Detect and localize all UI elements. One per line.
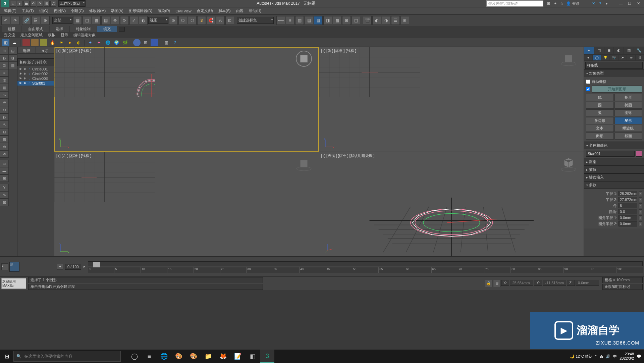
app1-icon[interactable]: 🎨 bbox=[172, 350, 186, 363]
grid-icon[interactable]: ⊞ bbox=[142, 39, 149, 46]
named-selset-dropdown[interactable]: 创建选择集 bbox=[237, 17, 274, 24]
viewcube-left[interactable] bbox=[296, 155, 312, 172]
menu-views[interactable]: 视图(V) bbox=[52, 8, 68, 14]
select-name-button[interactable]: ◫ bbox=[83, 16, 91, 25]
tl-expand-icon[interactable]: ▸ bbox=[1, 263, 8, 270]
btn-circle[interactable]: 圆 bbox=[586, 102, 614, 109]
tl-prev-button[interactable]: ◂ bbox=[57, 264, 63, 270]
light2-icon[interactable]: ◐ bbox=[75, 39, 82, 46]
lt-16[interactable]: ▩ bbox=[0, 136, 9, 143]
infocenter-search[interactable]: 键入关键字或短语 bbox=[486, 0, 543, 7]
btn-helix[interactable]: 螺旋线 bbox=[614, 125, 642, 132]
render-setup-button[interactable]: ◫ bbox=[352, 16, 360, 25]
ribbon-modeling[interactable]: 建模 bbox=[2, 26, 21, 32]
sc-lights[interactable]: 💡 bbox=[601, 54, 610, 61]
viewport-top-label[interactable]: [+] [顶 ] [标准 ] [线框 ] bbox=[56, 48, 91, 53]
curve-editor-button[interactable]: ◨ bbox=[323, 16, 332, 25]
particle1-icon[interactable]: ✦ bbox=[87, 39, 94, 46]
lt-10[interactable]: ↘ bbox=[0, 91, 9, 99]
maxscript-listener[interactable]: 欢迎使用 MAXScr bbox=[1, 278, 26, 289]
notifications-icon[interactable]: 💬 bbox=[637, 354, 641, 359]
taskbar-clock[interactable]: 20:48 2022/3/2 bbox=[620, 352, 634, 361]
render-prod-button[interactable]: ◐ bbox=[372, 16, 381, 25]
cortana-icon[interactable]: ≡ bbox=[142, 350, 156, 363]
menu-maxscript[interactable]: 脚本(S) bbox=[216, 8, 233, 14]
select-object-button[interactable]: ▦ bbox=[73, 16, 82, 25]
fire-icon[interactable]: 🔥 bbox=[49, 39, 56, 46]
tray-net-icon[interactable]: 🖧 bbox=[599, 354, 603, 358]
render-aec-button[interactable]: ☰ bbox=[391, 16, 400, 25]
signin-icon[interactable]: 👤 bbox=[566, 1, 572, 7]
r1-spinner[interactable]: 28.292mm bbox=[619, 191, 637, 196]
select-region-button[interactable]: ▩ bbox=[92, 16, 101, 25]
workspace-dropdown[interactable]: 工作区: 默认 bbox=[58, 0, 86, 7]
layers-button[interactable]: ▥ bbox=[295, 16, 304, 25]
sc-systems[interactable]: ⚙ bbox=[635, 54, 644, 61]
tl-next-button[interactable]: ▸ bbox=[81, 264, 88, 269]
qa-project-icon[interactable]: ⊞ bbox=[44, 1, 50, 7]
selection-filter-dropdown[interactable]: 全部 bbox=[52, 17, 72, 24]
yellow-sphere-icon[interactable] bbox=[40, 39, 47, 46]
fr1-spinner[interactable]: 0.0mm bbox=[619, 215, 637, 220]
pts-spinner[interactable]: 6 bbox=[619, 203, 637, 208]
dist-up[interactable]: ▴ bbox=[639, 209, 642, 214]
app4-icon[interactable]: ◧ bbox=[246, 350, 260, 363]
menu-animation[interactable]: 动画(A) bbox=[109, 8, 125, 14]
cp-create-tab[interactable]: ✦ bbox=[584, 47, 594, 54]
spinner-snap-button[interactable]: ⊡ bbox=[225, 16, 234, 25]
lt-03[interactable]: ◐ bbox=[0, 54, 9, 62]
lt-17[interactable]: ⊚ bbox=[0, 143, 9, 150]
viewport-front-label[interactable]: [+] [前 ] [标准 ] [线框 ] bbox=[321, 48, 356, 53]
btn-text[interactable]: 文本 bbox=[586, 125, 614, 132]
render-iter-button[interactable]: ◑ bbox=[382, 16, 390, 25]
minimize-button[interactable]: — bbox=[616, 0, 625, 7]
undo-button[interactable]: ↶ bbox=[1, 16, 10, 25]
qa-open-icon[interactable]: ▸ bbox=[17, 1, 23, 7]
timeline[interactable]: 0 5 10 15 20 25 30 35 40 45 50 55 60 65 … bbox=[88, 260, 643, 273]
snap3d-button[interactable]: 3 bbox=[197, 16, 206, 25]
cp-motion-tab[interactable]: ◐ bbox=[614, 47, 624, 54]
menu-help[interactable]: 帮助(H) bbox=[247, 8, 263, 14]
cp-util-tab[interactable]: 🔧 bbox=[634, 47, 644, 54]
lt-23[interactable]: ✎ bbox=[0, 191, 9, 199]
object-name-field[interactable] bbox=[586, 151, 635, 157]
edge-icon[interactable]: 🌐 bbox=[157, 350, 171, 363]
close-button[interactable]: ✕ bbox=[634, 0, 643, 7]
material-editor-button[interactable]: ⊞ bbox=[342, 16, 351, 25]
scene-item-circle003[interactable]: 👁❄○Circle003 bbox=[17, 76, 54, 81]
red-sphere-icon[interactable] bbox=[22, 39, 30, 46]
menu-customize[interactable]: 自定义(U) bbox=[195, 8, 215, 14]
rollout-render[interactable]: 渲染 bbox=[584, 158, 644, 166]
ribbon-toggle-icon[interactable] bbox=[119, 27, 125, 32]
taskbar-search[interactable]: 🔍 在这里输入你要搜索的内容 bbox=[13, 351, 121, 362]
viewport-persp-label[interactable]: [+] [透视 ] [标准 ] [默认明暗处理 ] bbox=[321, 153, 375, 158]
lt-18[interactable]: 👁 bbox=[0, 150, 9, 158]
plant-icon[interactable]: 🌿 bbox=[121, 39, 129, 46]
signin-label[interactable]: 登录 bbox=[572, 1, 580, 6]
z-value[interactable]: 0.0mm bbox=[576, 280, 599, 286]
subr-idle[interactable]: 定义空闲区域 bbox=[18, 32, 45, 38]
maximize-button[interactable]: ☐ bbox=[625, 0, 634, 7]
3dsmax-taskbar-icon[interactable]: 3 bbox=[260, 350, 274, 363]
favorite-icon[interactable]: ☆ bbox=[559, 1, 565, 7]
menu-group[interactable]: 组(G) bbox=[37, 8, 50, 14]
lt-24[interactable]: ⊡ bbox=[0, 199, 9, 206]
time-tag[interactable]: ⊕ 添加时间标记 bbox=[602, 284, 643, 290]
cp-hierarchy-tab[interactable]: ⊞ bbox=[604, 47, 614, 54]
scene-tab-display[interactable]: 显示 bbox=[36, 47, 54, 54]
y-value[interactable]: -11.518mm bbox=[543, 280, 566, 286]
menu-create[interactable]: 创建(C) bbox=[69, 8, 86, 14]
subr-sim[interactable]: 模拟 bbox=[46, 32, 57, 38]
lt-13[interactable]: ◐ bbox=[0, 113, 9, 121]
appstore-icon[interactable]: ✦ bbox=[552, 1, 558, 7]
viewcube-persp[interactable] bbox=[560, 155, 577, 172]
viewcube-front[interactable] bbox=[560, 50, 577, 67]
scene-tab-select[interactable]: 选择 bbox=[17, 47, 36, 54]
viewcube-top[interactable] bbox=[296, 50, 312, 67]
exchange-icon[interactable]: ✕ bbox=[590, 1, 596, 7]
viewport-left-label[interactable]: [+] [左 ] [标准 ] [线框 ] bbox=[56, 153, 91, 158]
lt-01[interactable]: ⊞ bbox=[0, 47, 9, 54]
brown-sphere-icon[interactable] bbox=[31, 39, 39, 46]
rollout-namecolor[interactable]: 名称和颜色 bbox=[584, 142, 644, 149]
scene-item-circle002[interactable]: 👁❄○Circle002 bbox=[17, 71, 54, 76]
